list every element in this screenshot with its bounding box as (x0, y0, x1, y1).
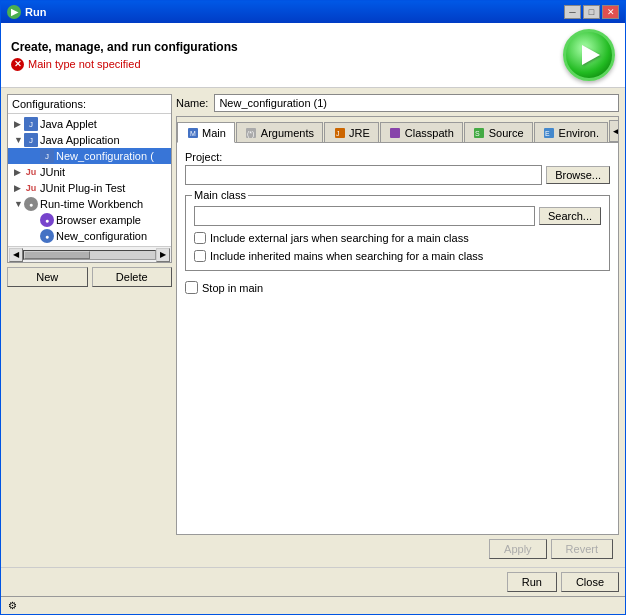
sidebar: Configurations: ▶ J Java Applet ▼ J (7, 94, 172, 263)
scroll-right-button[interactable]: ▶ (156, 248, 170, 262)
tab-environ[interactable]: E Environ. (534, 122, 608, 142)
sidebar-scrollbar[interactable] (23, 250, 156, 260)
project-input[interactable] (185, 165, 542, 185)
warning-icon: ✕ (11, 58, 24, 71)
new-config-icon: J (40, 149, 54, 163)
sidebar-outer: Configurations: ▶ J Java Applet ▼ J (7, 94, 172, 561)
window-title: Run (25, 6, 46, 18)
svg-text:M: M (190, 130, 196, 137)
browse-button[interactable]: Browse... (546, 166, 610, 184)
source-tab-icon: S (473, 126, 486, 139)
sidebar-item-runtime-workbench[interactable]: ▼ ● Run-time Workbench (8, 196, 171, 212)
svg-text:E: E (545, 130, 550, 137)
browser-icon: ● (40, 213, 54, 227)
junit-icon: Ju (24, 165, 38, 179)
run-triangle-icon (582, 45, 600, 65)
close-button[interactable]: Close (561, 572, 619, 592)
tab-scroll-controls: ◀ ▶ (609, 120, 619, 142)
tab-main[interactable]: M Main (177, 122, 235, 143)
sidebar-item-java-applet[interactable]: ▶ J Java Applet (8, 116, 171, 132)
main-panel: Name: M Main (*) Argume (176, 94, 619, 561)
sidebar-item-new-configuration-2[interactable]: ● New_configuration (8, 228, 171, 244)
revert-button[interactable]: Revert (551, 539, 613, 559)
name-label: Name: (176, 97, 208, 109)
scrollbar-thumb (24, 251, 90, 259)
main-class-input[interactable] (194, 206, 535, 226)
tab-arguments[interactable]: (*) Arguments (236, 122, 323, 142)
svg-text:(*): (*) (247, 130, 254, 138)
configurations-label: Configurations: (8, 95, 171, 114)
tab-environ-label: Environ. (559, 127, 599, 139)
workbench-icon: ● (24, 197, 38, 211)
sidebar-item-new-configuration[interactable]: J New_configuration ( (8, 148, 171, 164)
sidebar-item-browser-example[interactable]: ● Browser example (8, 212, 171, 228)
tab-arguments-label: Arguments (261, 127, 314, 139)
jre-tab-icon: J (333, 126, 346, 139)
project-label: Project: (185, 151, 610, 163)
runtime-workbench-label: Run-time Workbench (40, 198, 143, 210)
title-bar: ▶ Run ─ □ ✕ (1, 1, 625, 23)
delete-button[interactable]: Delete (92, 267, 173, 287)
scroll-left-button[interactable]: ◀ (9, 248, 23, 262)
svg-text:S: S (475, 130, 480, 137)
java-applet-label: Java Applet (40, 118, 97, 130)
tab-scroll-left[interactable]: ◀ (610, 121, 619, 141)
header-area: Create, manage, and run configurations ✕… (1, 23, 625, 88)
java-applet-icon: J (24, 117, 38, 131)
include-external-jars-row: Include external jars when searching for… (194, 232, 601, 244)
apply-button[interactable]: Apply (489, 539, 547, 559)
sidebar-item-java-application[interactable]: ▼ J Java Application (8, 132, 171, 148)
java-application-icon: J (24, 133, 38, 147)
header-text: Create, manage, and run configurations ✕… (11, 40, 238, 71)
name-input[interactable] (214, 94, 619, 112)
sidebar-scrollbar-area: ◀ ▶ (8, 246, 171, 262)
status-icon: ⚙ (5, 599, 19, 613)
close-window-button[interactable]: ✕ (602, 5, 619, 19)
expand-arrow: ▶ (14, 167, 24, 177)
tab-main-label: Main (202, 127, 226, 139)
warning-text: Main type not specified (28, 58, 141, 70)
new-configuration-2-label: New_configuration (56, 230, 147, 242)
tab-bar: M Main (*) Arguments J JRE (177, 117, 618, 143)
content-area: Configurations: ▶ J Java Applet ▼ J (1, 88, 625, 567)
search-button[interactable]: Search... (539, 207, 601, 225)
stop-in-main-label: Stop in main (202, 282, 263, 294)
sidebar-item-junit[interactable]: ▶ Ju JUnit (8, 164, 171, 180)
junit-plugin-icon: Ju (24, 181, 38, 195)
main-class-field-row: Search... (194, 206, 601, 226)
sidebar-tree: ▶ J Java Applet ▼ J Java Application (8, 114, 171, 246)
svg-text:J: J (336, 130, 340, 137)
expand-arrow: ▼ (14, 199, 24, 209)
status-bar: ⚙ (1, 596, 625, 614)
project-group: Project: Browse... (185, 151, 610, 185)
minimize-button[interactable]: ─ (564, 5, 581, 19)
new-button[interactable]: New (7, 267, 88, 287)
maximize-button[interactable]: □ (583, 5, 600, 19)
sidebar-item-junit-plugin[interactable]: ▶ Ju JUnit Plug-in Test (8, 180, 171, 196)
include-inherited-checkbox[interactable] (194, 250, 206, 262)
tab-jre-label: JRE (349, 127, 370, 139)
main-class-group: Main class Search... Include external ja… (185, 195, 610, 271)
run-button[interactable]: Run (507, 572, 557, 592)
java-application-label: Java Application (40, 134, 120, 146)
bottom-bar: Run Close (1, 567, 625, 596)
stop-in-main-checkbox[interactable] (185, 281, 198, 294)
run-button-large[interactable] (563, 29, 615, 81)
tab-classpath[interactable]: Classpath (380, 122, 463, 142)
include-external-jars-checkbox[interactable] (194, 232, 206, 244)
environ-tab-icon: E (543, 126, 556, 139)
junit-label: JUnit (40, 166, 65, 178)
run-dialog: ▶ Run ─ □ ✕ Create, manage, and run conf… (0, 0, 626, 615)
project-field-row: Browse... (185, 165, 610, 185)
tab-classpath-label: Classpath (405, 127, 454, 139)
action-bar: Apply Revert (176, 535, 619, 561)
include-inherited-row: Include inherited mains when searching f… (194, 250, 601, 262)
name-row: Name: (176, 94, 619, 112)
main-tab-icon: M (186, 126, 199, 139)
junit-plugin-label: JUnit Plug-in Test (40, 182, 125, 194)
tab-jre[interactable]: J JRE (324, 122, 379, 142)
run-icon: ▶ (7, 5, 21, 19)
expand-arrow: ▶ (14, 119, 24, 129)
expand-arrow: ▼ (14, 135, 24, 145)
tab-source[interactable]: S Source (464, 122, 533, 142)
